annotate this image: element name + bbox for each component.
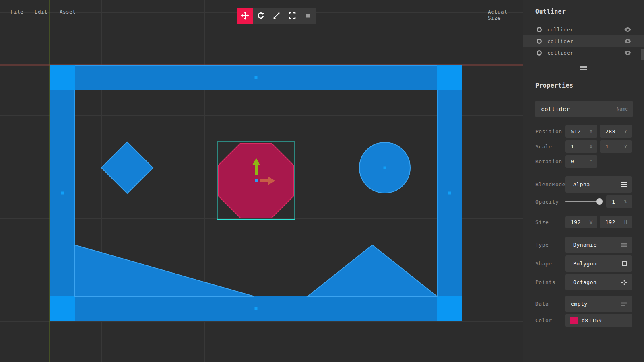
- outliner-item-label: collider: [547, 38, 624, 44]
- outliner-item[interactable]: collider: [523, 24, 644, 35]
- bottom-bar-center-marker[interactable]: [255, 307, 258, 310]
- outliner-title: Outliner: [535, 8, 566, 15]
- scale-label: Scale: [535, 144, 552, 150]
- scale-tool-button[interactable]: [268, 8, 284, 24]
- right-bar-center-marker[interactable]: [448, 192, 451, 195]
- collider-type-icon: [537, 27, 542, 32]
- left-bar-center-marker[interactable]: [61, 192, 64, 195]
- points-label: Points: [535, 279, 555, 285]
- outliner-item-label: collider: [547, 27, 624, 33]
- size-label: Size: [535, 219, 549, 225]
- scale-x-input[interactable]: 1 X: [565, 140, 597, 153]
- outliner-item[interactable]: collider: [523, 47, 644, 59]
- frame-tool-button[interactable]: [284, 8, 300, 24]
- points-plus-icon: [621, 280, 627, 285]
- gizmo-y-arrow-shaft[interactable]: [255, 165, 258, 175]
- frame-corner-bottom-right: [437, 296, 462, 321]
- outliner-resize-handle[interactable]: [580, 66, 587, 71]
- top-bar-center-marker[interactable]: [255, 76, 258, 79]
- points-select[interactable]: Octagon: [565, 274, 632, 290]
- shape-select[interactable]: Polygon: [565, 255, 632, 272]
- menu-edit[interactable]: Edit: [35, 9, 47, 15]
- opacity-value: 1: [612, 199, 615, 205]
- visibility-eye-icon[interactable]: [624, 27, 631, 32]
- data-value: empty: [571, 301, 588, 307]
- region-select-icon: [304, 12, 312, 19]
- color-picker[interactable]: d81159: [565, 314, 632, 327]
- type-value: Dynamic: [573, 242, 597, 248]
- rotation-value: 0: [571, 158, 574, 165]
- data-select[interactable]: empty: [565, 296, 632, 312]
- position-y-unit: Y: [624, 129, 627, 134]
- position-x-input[interactable]: 512 X: [565, 125, 597, 138]
- menu-hamburger-icon: [621, 182, 627, 187]
- type-label: Type: [535, 242, 549, 248]
- opacity-label: Opacity: [535, 199, 559, 205]
- circle-center-marker[interactable]: [384, 167, 386, 169]
- size-h-unit: H: [624, 220, 627, 225]
- scale-x-value: 1: [571, 144, 574, 150]
- size-h-input[interactable]: 192 H: [600, 216, 632, 228]
- rotate-tool-button[interactable]: [253, 8, 268, 24]
- menu-hamburger-icon: [621, 243, 627, 247]
- outliner-item-selected[interactable]: collider: [523, 35, 644, 47]
- collider-type-icon: [537, 50, 542, 56]
- scale-y-input[interactable]: 1 Y: [600, 140, 632, 153]
- inspector-panel: Outliner collider collider collider Prop…: [523, 0, 644, 362]
- outliner-item-label: collider: [547, 50, 624, 56]
- level-canvas[interactable]: [0, 0, 523, 362]
- position-y-input[interactable]: 288 Y: [600, 125, 632, 138]
- actual-size-button[interactable]: Actual Size: [488, 9, 523, 21]
- region-select-tool-button[interactable]: [300, 8, 316, 24]
- size-w-input[interactable]: 192 W: [565, 216, 597, 228]
- size-w-value: 192: [571, 219, 581, 225]
- points-value: Octagon: [573, 279, 597, 285]
- data-label: Data: [535, 301, 549, 307]
- frame-icon: [289, 12, 296, 19]
- move-icon: [241, 12, 249, 20]
- opacity-slider-handle[interactable]: [596, 198, 603, 205]
- editor-viewport[interactable]: File Edit Asset Actual Size: [0, 0, 523, 362]
- position-x-value: 512: [571, 128, 581, 134]
- rotation-label: Rotation: [535, 158, 562, 165]
- size-h-value: 192: [605, 219, 615, 225]
- gizmo-x-arrow-shaft[interactable]: [260, 179, 269, 182]
- scale-y-unit: Y: [624, 144, 627, 150]
- blendmode-value: Alpha: [573, 181, 590, 187]
- scale-x-unit: X: [590, 144, 592, 150]
- move-tool-button[interactable]: [237, 8, 253, 24]
- menu-file[interactable]: File: [10, 9, 23, 15]
- rotation-input[interactable]: 0 °: [565, 155, 597, 168]
- visibility-eye-icon[interactable]: [624, 39, 631, 43]
- rotate-icon: [257, 12, 264, 19]
- color-hex-value: d81159: [582, 317, 602, 323]
- opacity-unit: %: [624, 199, 627, 204]
- transform-toolbar: [237, 8, 316, 24]
- position-y-value: 288: [605, 128, 615, 134]
- collider-type-icon: [537, 39, 542, 44]
- type-select[interactable]: Dynamic: [565, 237, 632, 253]
- scale-icon: [273, 12, 280, 19]
- color-swatch[interactable]: [570, 317, 578, 324]
- frame-corner-top-right: [437, 65, 462, 90]
- opacity-input[interactable]: 1 %: [606, 195, 632, 208]
- color-label: Color: [535, 317, 552, 323]
- blendmode-label: BlendMode: [535, 181, 566, 187]
- frame-corner-top-left: [50, 65, 75, 90]
- outliner-scrollbar-thumb[interactable]: [641, 49, 644, 60]
- properties-title: Properties: [535, 82, 573, 89]
- gizmo-center-handle[interactable]: [255, 179, 258, 182]
- shape-label: Shape: [535, 261, 552, 267]
- position-x-unit: X: [590, 129, 592, 134]
- size-w-unit: W: [590, 220, 592, 225]
- menu-asset[interactable]: Asset: [60, 9, 76, 15]
- panel-divider: [523, 75, 644, 75]
- shape-value: Polygon: [573, 261, 597, 267]
- blendmode-select[interactable]: Alpha: [565, 176, 632, 193]
- name-field-label: Name: [617, 106, 628, 112]
- visibility-eye-icon[interactable]: [624, 51, 631, 55]
- position-label: Position: [535, 128, 562, 134]
- polygon-square-icon: [622, 261, 627, 266]
- name-field[interactable]: collider Name: [535, 101, 633, 117]
- scale-y-value: 1: [605, 144, 609, 150]
